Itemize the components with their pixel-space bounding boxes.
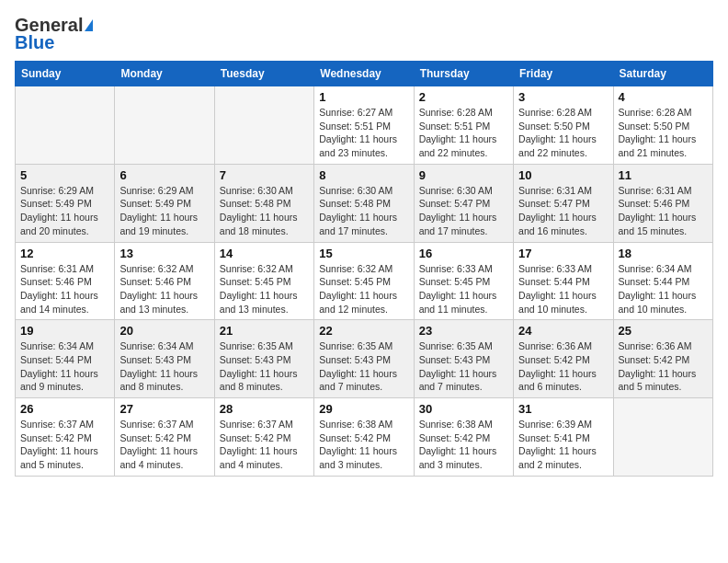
calendar-day-cell: 16Sunrise: 6:33 AMSunset: 5:45 PMDayligh… (414, 242, 513, 320)
logo: General Blue (15, 15, 93, 53)
day-number: 24 (518, 324, 608, 338)
day-number: 19 (20, 324, 109, 338)
day-number: 30 (419, 402, 508, 416)
day-number: 26 (20, 402, 109, 416)
calendar-day-cell: 24Sunrise: 6:36 AMSunset: 5:42 PMDayligh… (514, 320, 613, 398)
calendar-day-cell: 26Sunrise: 6:37 AMSunset: 5:42 PMDayligh… (16, 398, 115, 477)
day-number: 14 (220, 247, 309, 260)
calendar-table: SundayMondayTuesdayWednesdayThursdayFrid… (15, 61, 713, 477)
calendar-week-row: 19Sunrise: 6:34 AMSunset: 5:44 PMDayligh… (16, 320, 713, 398)
calendar-day-cell: 23Sunrise: 6:35 AMSunset: 5:43 PMDayligh… (414, 320, 513, 398)
day-number: 6 (119, 168, 209, 182)
day-info: Sunrise: 6:38 AMSunset: 5:42 PMDaylight:… (419, 418, 508, 472)
day-number: 17 (518, 247, 608, 260)
calendar-day-cell: 13Sunrise: 6:32 AMSunset: 5:46 PMDayligh… (115, 242, 214, 320)
calendar-day-cell: 18Sunrise: 6:34 AMSunset: 5:44 PMDayligh… (613, 242, 712, 320)
day-number: 28 (220, 402, 309, 416)
calendar-day-cell: 29Sunrise: 6:38 AMSunset: 5:42 PMDayligh… (314, 398, 414, 477)
day-info: Sunrise: 6:39 AMSunset: 5:41 PMDaylight:… (518, 418, 608, 472)
calendar-week-row: 5Sunrise: 6:29 AMSunset: 5:49 PMDaylight… (16, 164, 713, 242)
day-info: Sunrise: 6:32 AMSunset: 5:46 PMDaylight:… (119, 262, 209, 316)
calendar-day-cell (115, 86, 214, 165)
day-info: Sunrise: 6:36 AMSunset: 5:42 PMDaylight:… (619, 339, 708, 394)
day-number: 23 (419, 324, 508, 338)
logo-blue-text: Blue (15, 32, 54, 53)
day-number: 9 (419, 168, 508, 182)
calendar-header-wednesday: Wednesday (314, 62, 414, 86)
calendar-day-cell: 20Sunrise: 6:34 AMSunset: 5:43 PMDayligh… (115, 320, 214, 398)
day-number: 20 (119, 324, 209, 338)
day-number: 25 (619, 324, 708, 338)
calendar-day-cell: 11Sunrise: 6:31 AMSunset: 5:46 PMDayligh… (613, 164, 712, 242)
day-number: 13 (119, 247, 209, 260)
calendar-day-cell: 30Sunrise: 6:38 AMSunset: 5:42 PMDayligh… (414, 398, 513, 477)
calendar-day-cell: 25Sunrise: 6:36 AMSunset: 5:42 PMDayligh… (613, 320, 712, 398)
day-number: 3 (518, 90, 608, 104)
calendar-day-cell: 7Sunrise: 6:30 AMSunset: 5:48 PMDaylight… (214, 164, 313, 242)
calendar-day-cell: 4Sunrise: 6:28 AMSunset: 5:50 PMDaylight… (613, 86, 712, 165)
day-info: Sunrise: 6:34 AMSunset: 5:44 PMDaylight:… (20, 339, 109, 394)
calendar-day-cell (214, 86, 313, 165)
calendar-day-cell: 2Sunrise: 6:28 AMSunset: 5:51 PMDaylight… (414, 86, 513, 165)
day-info: Sunrise: 6:29 AMSunset: 5:49 PMDaylight:… (119, 184, 209, 238)
calendar-day-cell: 14Sunrise: 6:32 AMSunset: 5:45 PMDayligh… (214, 242, 313, 320)
day-info: Sunrise: 6:31 AMSunset: 5:47 PMDaylight:… (518, 184, 608, 238)
day-number: 16 (419, 247, 508, 260)
calendar-header-monday: Monday (115, 62, 214, 86)
day-info: Sunrise: 6:35 AMSunset: 5:43 PMDaylight:… (220, 339, 309, 394)
calendar-day-cell: 17Sunrise: 6:33 AMSunset: 5:44 PMDayligh… (514, 242, 613, 320)
day-number: 5 (20, 168, 109, 182)
day-number: 8 (319, 168, 408, 182)
day-info: Sunrise: 6:37 AMSunset: 5:42 PMDaylight:… (220, 418, 309, 472)
calendar-header-sunday: Sunday (16, 62, 115, 86)
day-info: Sunrise: 6:28 AMSunset: 5:50 PMDaylight:… (619, 106, 708, 160)
day-number: 18 (619, 247, 708, 260)
day-info: Sunrise: 6:37 AMSunset: 5:42 PMDaylight:… (20, 418, 109, 472)
calendar-day-cell: 9Sunrise: 6:30 AMSunset: 5:47 PMDaylight… (414, 164, 513, 242)
day-number: 31 (518, 402, 608, 416)
day-info: Sunrise: 6:36 AMSunset: 5:42 PMDaylight:… (518, 339, 608, 394)
day-info: Sunrise: 6:31 AMSunset: 5:46 PMDaylight:… (619, 184, 708, 238)
day-number: 4 (619, 90, 708, 104)
day-info: Sunrise: 6:30 AMSunset: 5:48 PMDaylight:… (319, 184, 408, 238)
day-number: 12 (20, 247, 109, 260)
calendar-day-cell: 10Sunrise: 6:31 AMSunset: 5:47 PMDayligh… (514, 164, 613, 242)
day-number: 7 (220, 168, 309, 182)
calendar-header-saturday: Saturday (613, 62, 712, 86)
day-info: Sunrise: 6:28 AMSunset: 5:50 PMDaylight:… (518, 106, 608, 160)
day-info: Sunrise: 6:30 AMSunset: 5:48 PMDaylight:… (220, 184, 309, 238)
calendar-week-row: 26Sunrise: 6:37 AMSunset: 5:42 PMDayligh… (16, 398, 713, 477)
calendar-header-thursday: Thursday (414, 62, 513, 86)
calendar-header-row: SundayMondayTuesdayWednesdayThursdayFrid… (16, 62, 713, 86)
day-info: Sunrise: 6:32 AMSunset: 5:45 PMDaylight:… (319, 262, 408, 316)
day-number: 11 (619, 168, 708, 182)
day-info: Sunrise: 6:33 AMSunset: 5:45 PMDaylight:… (419, 262, 508, 316)
day-info: Sunrise: 6:27 AMSunset: 5:51 PMDaylight:… (319, 106, 408, 160)
calendar-day-cell: 5Sunrise: 6:29 AMSunset: 5:49 PMDaylight… (16, 164, 115, 242)
calendar-day-cell: 27Sunrise: 6:37 AMSunset: 5:42 PMDayligh… (115, 398, 214, 477)
day-info: Sunrise: 6:33 AMSunset: 5:44 PMDaylight:… (518, 262, 608, 316)
calendar-day-cell: 15Sunrise: 6:32 AMSunset: 5:45 PMDayligh… (314, 242, 414, 320)
calendar-day-cell: 12Sunrise: 6:31 AMSunset: 5:46 PMDayligh… (16, 242, 115, 320)
calendar-day-cell (16, 86, 115, 165)
day-number: 22 (319, 324, 408, 338)
calendar-day-cell: 8Sunrise: 6:30 AMSunset: 5:48 PMDaylight… (314, 164, 414, 242)
day-number: 21 (220, 324, 309, 338)
day-number: 2 (419, 90, 508, 104)
calendar-day-cell: 19Sunrise: 6:34 AMSunset: 5:44 PMDayligh… (16, 320, 115, 398)
calendar-day-cell: 31Sunrise: 6:39 AMSunset: 5:41 PMDayligh… (514, 398, 613, 477)
day-number: 29 (319, 402, 408, 416)
day-info: Sunrise: 6:32 AMSunset: 5:45 PMDaylight:… (220, 262, 309, 316)
day-info: Sunrise: 6:38 AMSunset: 5:42 PMDaylight:… (319, 418, 408, 472)
day-info: Sunrise: 6:37 AMSunset: 5:42 PMDaylight:… (119, 418, 209, 472)
calendar-day-cell: 3Sunrise: 6:28 AMSunset: 5:50 PMDaylight… (514, 86, 613, 165)
calendar-week-row: 12Sunrise: 6:31 AMSunset: 5:46 PMDayligh… (16, 242, 713, 320)
calendar-day-cell: 21Sunrise: 6:35 AMSunset: 5:43 PMDayligh… (214, 320, 313, 398)
day-info: Sunrise: 6:35 AMSunset: 5:43 PMDaylight:… (319, 339, 408, 394)
logo-arrow-icon (85, 19, 93, 31)
day-info: Sunrise: 6:31 AMSunset: 5:46 PMDaylight:… (20, 262, 109, 316)
day-number: 1 (319, 90, 408, 104)
calendar-day-cell: 1Sunrise: 6:27 AMSunset: 5:51 PMDaylight… (314, 86, 414, 165)
day-info: Sunrise: 6:34 AMSunset: 5:43 PMDaylight:… (119, 339, 209, 394)
day-number: 15 (319, 247, 408, 260)
